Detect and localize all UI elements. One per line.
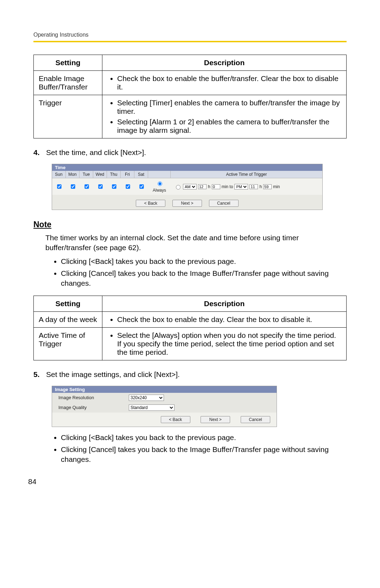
- table-row: A day of the week Check the box to enabl…: [34, 311, 347, 327]
- table-row: Active Time of Trigger Select the [Alway…: [34, 327, 347, 360]
- image-setting-panel: Image Setting Image Resolution 320x240 I…: [52, 386, 277, 427]
- post-item: Clicking [<Back] takes you back to the p…: [61, 433, 347, 442]
- setting-cell: Active Time of Trigger: [34, 327, 102, 360]
- day-header-wed: Wed: [93, 171, 107, 178]
- image-button-bar: < Back Next > Cancel: [52, 413, 277, 427]
- from-ampm-select[interactable]: AM: [183, 184, 197, 190]
- note-item: Clicking [<Back] takes you back to the p…: [61, 256, 347, 266]
- checkbox-sat[interactable]: [139, 184, 144, 188]
- day-header-mon: Mon: [66, 171, 80, 178]
- step-5: 5. Set the image settings, and click [Ne…: [33, 370, 347, 379]
- resolution-select[interactable]: 320x240: [129, 395, 164, 401]
- desc-item: Check the box to enable the day. Clear t…: [117, 315, 341, 324]
- from-min-input[interactable]: [212, 184, 220, 189]
- day-header-thu: Thu: [107, 171, 121, 178]
- checkbox-wed[interactable]: [98, 184, 102, 188]
- desc-item: Check the box to enable the buffer/trans…: [117, 74, 341, 91]
- day-header-fri: Fri: [121, 171, 134, 178]
- from-hour-input[interactable]: [198, 184, 207, 189]
- step-text: Set the image settings, and click [Next>…: [46, 370, 347, 379]
- always-label: Always: [148, 188, 171, 193]
- active-time-header: Active Time of Trigger: [171, 171, 322, 178]
- next-button[interactable]: Next >: [172, 200, 202, 207]
- day-header-sun: Sun: [52, 171, 66, 178]
- back-button[interactable]: < Back: [161, 416, 190, 423]
- desc-cell: Selecting [Timer] enables the camera to …: [102, 95, 347, 138]
- checkbox-sun[interactable]: [57, 184, 61, 188]
- panel-title: Time: [52, 164, 322, 171]
- th-setting: Setting: [34, 296, 102, 311]
- h-label: h: [208, 184, 210, 189]
- desc-item: Selecting [Alarm 1 or 2] enables the cam…: [117, 118, 341, 135]
- header-label: Operating Instructions: [33, 32, 347, 38]
- radio-always[interactable]: [158, 181, 162, 186]
- day-header-sat: Sat: [134, 171, 148, 178]
- time-header-row: Sun Mon Tue Wed Thu Fri Sat Active Time …: [52, 171, 322, 178]
- desc-item: Select the [Always] option when you do n…: [117, 331, 341, 357]
- step-text: Set the time, and click [Next>].: [46, 148, 347, 157]
- post-list: Clicking [<Back] takes you back to the p…: [33, 433, 347, 465]
- image-resolution-row: Image Resolution 320x240: [52, 393, 277, 403]
- setting-cell: Enable Image Buffer/Transfer: [34, 71, 102, 95]
- checkbox-mon[interactable]: [71, 184, 75, 188]
- cancel-button[interactable]: Cancel: [209, 200, 239, 207]
- minto-label: min to: [222, 184, 233, 189]
- page-number: 84: [28, 477, 36, 486]
- always-header-gap: [148, 171, 171, 178]
- settings-table-2: Setting Description A day of the week Ch…: [33, 296, 347, 360]
- to-min-input[interactable]: [263, 184, 272, 189]
- h-label-2: h: [259, 184, 262, 189]
- to-ampm-select[interactable]: PM: [234, 184, 248, 190]
- step-number: 4.: [33, 148, 46, 157]
- panel-title: Image Setting: [52, 386, 277, 393]
- header-rule: [33, 41, 347, 42]
- image-quality-row: Image Quality Standard: [52, 403, 277, 413]
- th-setting: Setting: [34, 55, 102, 71]
- checkbox-fri[interactable]: [126, 184, 130, 188]
- step-4: 4. Set the time, and click [Next>].: [33, 148, 347, 157]
- to-hour-input[interactable]: [249, 184, 258, 189]
- quality-select[interactable]: Standard: [129, 404, 175, 411]
- post-item: Clicking [Cancel] takes you back to the …: [61, 445, 347, 465]
- desc-cell: Check the box to enable the buffer/trans…: [102, 71, 347, 95]
- note-heading: Note: [33, 220, 347, 229]
- next-button[interactable]: Next >: [201, 416, 230, 423]
- back-button[interactable]: < Back: [136, 200, 165, 207]
- time-body-row: Always AM h min to PM h min: [52, 178, 322, 195]
- time-button-bar: < Back Next > Cancel: [52, 197, 322, 210]
- note-item: Clicking [Cancel] takes you back to the …: [61, 268, 347, 289]
- checkbox-tue[interactable]: [84, 184, 89, 188]
- radio-timerange[interactable]: [176, 185, 180, 190]
- table-row: Trigger Selecting [Timer] enables the ca…: [34, 95, 347, 138]
- quality-label: Image Quality: [58, 405, 129, 410]
- always-cell: Always: [148, 180, 171, 193]
- table-row: Enable Image Buffer/Transfer Check the b…: [34, 71, 347, 95]
- time-panel: Time Sun Mon Tue Wed Thu Fri Sat Active …: [52, 164, 323, 210]
- day-header-tue: Tue: [80, 171, 93, 178]
- cancel-button[interactable]: Cancel: [241, 416, 270, 423]
- setting-cell: A day of the week: [34, 311, 102, 327]
- settings-table-1: Setting Description Enable Image Buffer/…: [33, 55, 347, 138]
- resolution-label: Image Resolution: [58, 395, 129, 400]
- step-number: 5.: [33, 370, 46, 379]
- th-description: Description: [102, 55, 347, 71]
- note-list: Clicking [<Back] takes you back to the p…: [33, 256, 347, 289]
- note-body: The timer works by an internal clock. Se…: [45, 233, 347, 253]
- desc-cell: Select the [Always] option when you do n…: [102, 327, 347, 360]
- checkbox-thu[interactable]: [112, 184, 116, 188]
- desc-item: Selecting [Timer] enables the camera to …: [117, 99, 341, 116]
- th-description: Description: [102, 296, 347, 311]
- desc-cell: Check the box to enable the day. Clear t…: [102, 311, 347, 327]
- setting-cell: Trigger: [34, 95, 102, 138]
- time-range-cell: AM h min to PM h min: [171, 184, 322, 190]
- min-label: min: [273, 184, 280, 189]
- document-page: Operating Instructions Setting Descripti…: [0, 0, 380, 493]
